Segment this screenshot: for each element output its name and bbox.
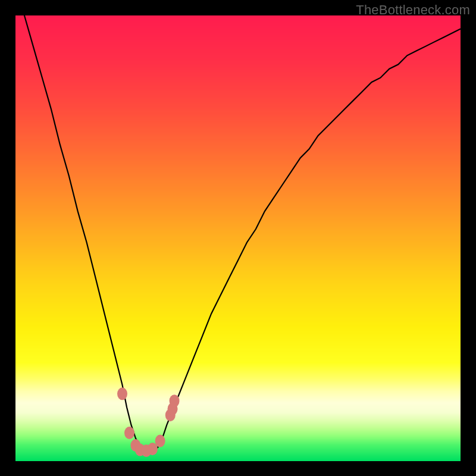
curve-markers: [117, 387, 180, 457]
curve-marker: [117, 387, 127, 400]
curve-marker: [170, 394, 180, 407]
curve-marker: [155, 435, 165, 447]
plot-area: [15, 15, 461, 461]
chart-frame: TheBottleneck.com: [0, 0, 476, 476]
bottleneck-curve: [15, 0, 461, 452]
chart-svg: [15, 15, 461, 461]
curve-marker: [124, 427, 134, 439]
